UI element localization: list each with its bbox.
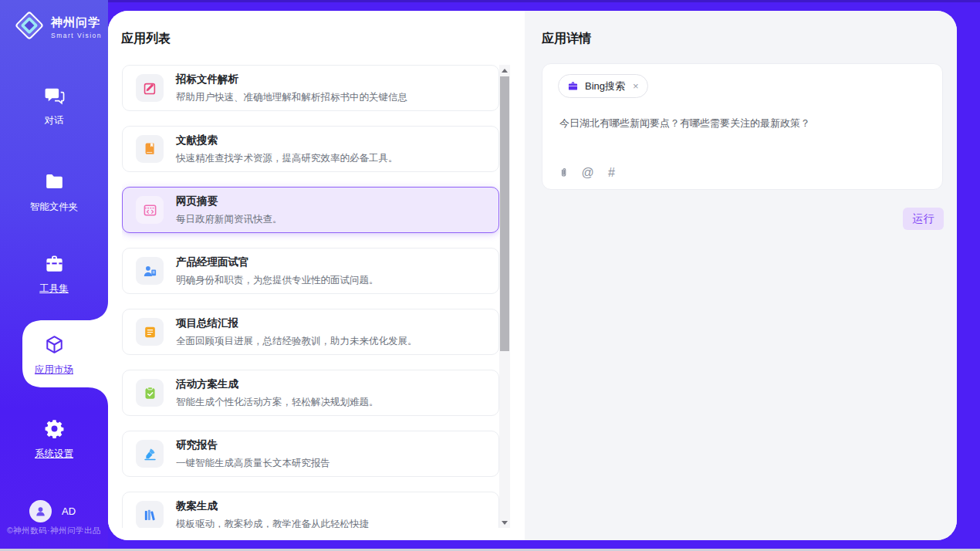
app-card[interactable]: 产品经理面试官明确身份和职责，为您提供专业性的面试问题。 <box>122 248 499 294</box>
cube-icon <box>44 334 65 355</box>
app-name: 项目总结汇报 <box>176 316 417 330</box>
briefcase-icon <box>567 80 579 92</box>
app-desc: 快速精准查找学术资源，提高研究效率的必备工具。 <box>176 152 398 165</box>
app-list: 招标文件解析帮助用户快速、准确地理解和解析招标书中的关键信息文献搜索快速精准查找… <box>122 65 500 528</box>
app-card[interactable]: 研究报告一键智能生成高质量长文本研究报告 <box>122 431 499 477</box>
brand-subtitle: Smart Vision <box>51 32 102 39</box>
app-card[interactable]: 招标文件解析帮助用户快速、准确地理解和解析招标书中的关键信息 <box>122 65 499 111</box>
app-detail-panel: 应用详情 Bing搜索 × 今日湖北有哪些新闻要点？有哪些需要关注的最新政策？ <box>525 11 957 540</box>
webpage-code-icon <box>136 196 164 224</box>
sidebar-item-app-market[interactable]: 应用市场 <box>0 334 108 377</box>
attach-toolbar: @ # <box>556 165 619 180</box>
app-name: 活动方案生成 <box>176 377 379 391</box>
brand-name: 神州问学 <box>51 15 102 30</box>
app-window: 神州问学 Smart Vision 对话智能文件夹工具集应用市场系统设置 AD … <box>0 0 980 551</box>
sidebar-item-toolset[interactable]: 工具集 <box>0 253 108 296</box>
sidebar-item-label: 智能文件夹 <box>0 201 108 214</box>
prompt-card: Bing搜索 × 今日湖北有哪些新闻要点？有哪些需要关注的最新政策？ @ # <box>542 63 943 190</box>
scrollbar[interactable] <box>499 65 510 528</box>
user-initials: AD <box>62 505 76 517</box>
sidebar-item-label: 应用市场 <box>0 363 108 377</box>
app-desc: 全面回顾项目进展，总结经验教训，助力未来优化发展。 <box>176 335 417 348</box>
app-list-panel: 应用列表 招标文件解析帮助用户快速、准确地理解和解析招标书中的关键信息文献搜索快… <box>108 11 525 540</box>
app-card[interactable]: 文献搜索快速精准查找学术资源，提高研究效率的必备工具。 <box>122 126 499 172</box>
report-note-icon <box>136 318 164 346</box>
sidebar-footer: ©神州数码·神州问学出品 <box>0 526 108 536</box>
paperclip-icon[interactable] <box>556 165 571 180</box>
app-desc: 帮助用户快速、准确地理解和解析招标书中的关键信息 <box>176 91 407 104</box>
app-name: 研究报告 <box>176 438 330 452</box>
app-name: 招标文件解析 <box>176 73 407 86</box>
app-card[interactable]: 网页摘要每日政府新闻资讯快查。 <box>122 187 499 233</box>
content-card: 应用列表 招标文件解析帮助用户快速、准确地理解和解析招标书中的关键信息文献搜索快… <box>108 11 957 540</box>
toolbox-icon <box>44 253 65 274</box>
interviewer-icon <box>136 257 164 285</box>
tool-tag-label: Bing搜索 <box>585 79 625 93</box>
sidebar-item-settings[interactable]: 系统设置 <box>0 418 108 461</box>
window-top-edge <box>0 0 980 2</box>
clipboard-check-icon <box>136 379 164 407</box>
user-chip[interactable]: AD <box>29 500 76 522</box>
sidebar-item-label: 工具集 <box>0 282 108 296</box>
scrollbar-thumb[interactable] <box>500 76 509 351</box>
scroll-down-icon[interactable] <box>499 517 510 528</box>
gear-icon <box>44 418 65 439</box>
app-desc: 模板驱动，教案秒成，教学准备从此轻松快捷 <box>176 518 369 529</box>
app-name: 文献搜索 <box>176 134 398 147</box>
book-icon <box>136 135 164 163</box>
sidebar-item-chat[interactable]: 对话 <box>0 85 108 127</box>
app-desc: 明确身份和职责，为您提供专业性的面试问题。 <box>176 274 379 287</box>
diamond-gem-icon <box>14 10 45 44</box>
sidebar-item-label: 对话 <box>0 114 108 127</box>
sidebar-item-label: 系统设置 <box>0 448 108 461</box>
app-list-title: 应用列表 <box>121 31 171 47</box>
ink-pen-icon <box>136 440 164 468</box>
books-icon <box>136 501 164 528</box>
sidebar-item-smart-folder[interactable]: 智能文件夹 <box>0 171 108 214</box>
tool-tag-bing-search[interactable]: Bing搜索 × <box>558 74 648 98</box>
run-button[interactable]: 运行 <box>903 208 944 230</box>
app-name: 产品经理面试官 <box>176 255 379 269</box>
brand-logo: 神州问学 Smart Vision <box>14 10 102 44</box>
app-card[interactable]: 项目总结汇报全面回顾项目进展，总结经验教训，助力未来优化发展。 <box>122 309 499 355</box>
close-icon[interactable]: × <box>631 80 639 92</box>
sidebar: 神州问学 Smart Vision 对话智能文件夹工具集应用市场系统设置 AD … <box>0 0 108 549</box>
app-desc: 智能生成个性化活动方案，轻松解决规划难题。 <box>176 396 379 409</box>
app-card[interactable]: 教案生成模板驱动，教案秒成，教学准备从此轻松快捷 <box>122 492 499 528</box>
scroll-up-icon[interactable] <box>499 65 510 76</box>
app-name: 网页摘要 <box>176 194 282 208</box>
at-icon[interactable]: @ <box>580 165 595 180</box>
hash-icon[interactable]: # <box>604 165 619 180</box>
chat-icon <box>44 85 65 106</box>
edit-doc-icon <box>136 74 164 102</box>
prompt-input[interactable]: 今日湖北有哪些新闻要点？有哪些需要关注的最新政策？ <box>559 116 924 131</box>
avatar <box>29 500 52 522</box>
app-detail-title: 应用详情 <box>542 31 591 47</box>
app-name: 教案生成 <box>176 499 369 513</box>
app-card[interactable]: 活动方案生成智能生成个性化活动方案，轻松解决规划难题。 <box>122 370 499 416</box>
app-desc: 一键智能生成高质量长文本研究报告 <box>176 457 330 470</box>
app-desc: 每日政府新闻资讯快查。 <box>176 213 282 226</box>
folder-icon <box>44 171 65 192</box>
